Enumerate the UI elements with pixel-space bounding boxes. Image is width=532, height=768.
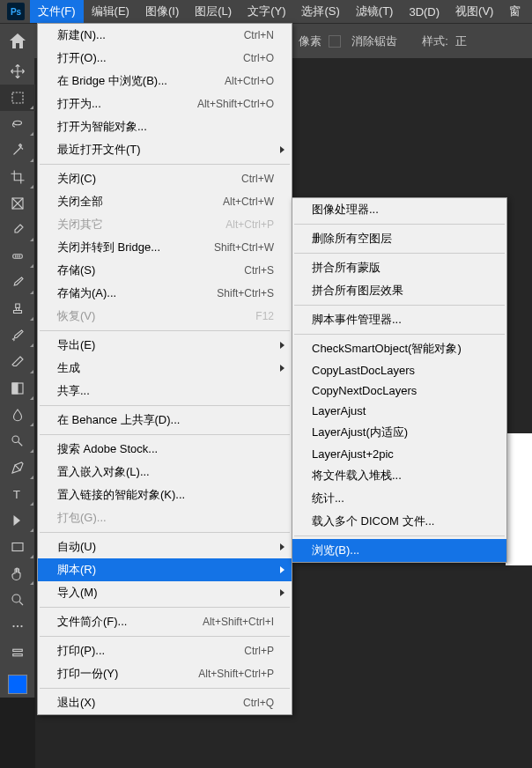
file-menu-item[interactable]: 置入嵌入对象(L)...: [38, 461, 292, 484]
menu-item-label: 拼合所有蒙版: [312, 260, 489, 276]
lasso-tool-icon[interactable]: [0, 111, 35, 137]
script-submenu-item[interactable]: LayerAjust+2pic: [292, 444, 506, 464]
menu-item-shortcut: Ctrl+P: [244, 645, 274, 657]
file-menu-item[interactable]: 脚本(R): [38, 558, 292, 581]
file-menu-item[interactable]: 打开(O)...Ctrl+O: [38, 47, 292, 70]
pen-tool-icon[interactable]: [0, 454, 35, 481]
rectangle-tool-icon[interactable]: [0, 534, 35, 560]
script-submenu-item[interactable]: 删除所有空图层: [292, 227, 506, 250]
menu-item-shortcut: Alt+Shift+Ctrl+P: [198, 668, 274, 680]
file-menu-item[interactable]: 关闭(C)Ctrl+W: [38, 167, 292, 190]
file-menu-item[interactable]: 存储(S)Ctrl+S: [38, 259, 292, 282]
more-tools-icon[interactable]: [0, 613, 35, 639]
eraser-tool-icon[interactable]: [0, 349, 35, 375]
script-submenu-item[interactable]: LayerAjust: [292, 401, 506, 421]
menu-item-label: 打印一份(Y): [57, 666, 198, 682]
script-submenu-item[interactable]: LayerAjust(内适应): [292, 421, 506, 444]
menu-select[interactable]: 选择(S): [293, 0, 347, 23]
file-menu-item[interactable]: 打开为智能对象...: [38, 115, 292, 138]
ps-logo-icon: Ps: [7, 3, 25, 20]
file-menu-item[interactable]: 在 Bridge 中浏览(B)...Alt+Ctrl+O: [38, 70, 292, 92]
file-menu-item[interactable]: 最近打开文件(T): [38, 138, 292, 161]
script-submenu-item[interactable]: 载入多个 DICOM 文件...: [292, 510, 506, 533]
menu-type[interactable]: 文字(Y): [240, 0, 293, 23]
file-menu-item[interactable]: 打印(P)...Ctrl+P: [38, 639, 292, 662]
script-submenu-item[interactable]: 脚本事件管理器...: [292, 308, 506, 331]
menu-file[interactable]: 文件(F): [30, 0, 84, 23]
frame-tool-icon[interactable]: [0, 190, 35, 217]
file-menu-item[interactable]: 共享...: [38, 380, 292, 402]
antialias-checkbox[interactable]: [329, 35, 341, 48]
hand-tool-icon[interactable]: [0, 560, 35, 587]
file-menu-item[interactable]: 自动(U): [38, 535, 292, 558]
type-tool-icon[interactable]: T: [0, 481, 35, 507]
file-menu-item[interactable]: 文件简介(F)...Alt+Shift+Ctrl+I: [38, 610, 292, 633]
file-menu-item[interactable]: 置入链接的智能对象(K)...: [38, 484, 292, 506]
script-submenu-item[interactable]: 将文件载入堆栈...: [292, 464, 506, 487]
script-submenu-item[interactable]: CopyNextDocLayers: [292, 380, 506, 401]
file-menu-item[interactable]: 生成: [38, 357, 292, 380]
script-submenu-item[interactable]: CopyLastDocLayers: [292, 360, 506, 380]
crop-tool-icon[interactable]: [0, 164, 35, 190]
blur-tool-icon[interactable]: [0, 402, 35, 428]
foreground-color-swatch[interactable]: [8, 675, 27, 694]
tools-panel: T: [0, 58, 35, 698]
menu-item-label: LayerAjust: [312, 404, 489, 417]
zoom-tool-icon[interactable]: [0, 587, 35, 613]
edit-toolbar-icon[interactable]: [0, 639, 35, 666]
wand-tool-icon[interactable]: [0, 137, 35, 164]
move-tool-icon[interactable]: [0, 58, 35, 85]
history-brush-tool-icon[interactable]: [0, 322, 35, 349]
menu-item-label: CopyLastDocLayers: [312, 364, 489, 377]
menu-view[interactable]: 视图(V): [447, 0, 501, 23]
menu-item-label: 拼合所有图层效果: [312, 283, 489, 299]
gradient-tool-icon[interactable]: [0, 375, 35, 402]
svg-point-10: [17, 625, 18, 627]
stamp-tool-icon[interactable]: [0, 296, 35, 322]
menu-edit[interactable]: 编辑(E): [84, 0, 137, 23]
home-icon[interactable]: [7, 31, 28, 52]
menu-item-label: LayerAjust(内适应): [312, 425, 489, 440]
script-submenu-item[interactable]: 统计...: [292, 487, 506, 510]
menu-item-label: 打印(P)...: [57, 643, 244, 659]
menu-item-label: 置入链接的智能对象(K)...: [57, 487, 274, 503]
file-menu-item[interactable]: 存储为(A)...Shift+Ctrl+S: [38, 282, 292, 305]
chevron-right-icon: [280, 146, 284, 153]
menu-separator: [40, 532, 290, 533]
menu-layer[interactable]: 图层(L): [187, 0, 240, 23]
file-menu-item[interactable]: 退出(X)Ctrl+Q: [38, 691, 292, 714]
chevron-right-icon: [280, 342, 284, 349]
menu-item-label: 导入(M): [57, 585, 274, 601]
script-submenu-item[interactable]: 拼合所有蒙版: [292, 256, 506, 279]
menu-item-label: 退出(X): [57, 695, 243, 711]
menu-filter[interactable]: 滤镜(T): [348, 0, 402, 23]
script-submenu-item[interactable]: 浏览(B)...: [292, 539, 506, 562]
menu-item-shortcut: Shift+Ctrl+W: [214, 241, 274, 254]
brush-tool-icon[interactable]: [0, 270, 35, 296]
file-menu-item[interactable]: 关闭并转到 Bridge...Shift+Ctrl+W: [38, 236, 292, 259]
file-menu-item[interactable]: 搜索 Adobe Stock...: [38, 438, 292, 461]
menu-item-label: 打开(O)...: [57, 50, 243, 66]
menu-3d[interactable]: 3D(D): [401, 0, 447, 23]
file-menu-item[interactable]: 打开为...Alt+Shift+Ctrl+O: [38, 92, 292, 115]
opt-pixels-label: 像素: [299, 33, 321, 49]
script-submenu-item[interactable]: 图像处理器...: [292, 198, 506, 221]
marquee-tool-icon[interactable]: [0, 85, 35, 111]
path-tool-icon[interactable]: [0, 507, 35, 534]
eyedropper-tool-icon[interactable]: [0, 217, 35, 243]
svg-rect-0: [12, 92, 23, 103]
menu-image[interactable]: 图像(I): [137, 0, 187, 23]
script-submenu-item[interactable]: CheckSmartObject(智能对象): [292, 337, 506, 360]
file-menu-item[interactable]: 关闭全部Alt+Ctrl+W: [38, 190, 292, 213]
file-menu-item[interactable]: 新建(N)...Ctrl+N: [38, 24, 292, 47]
heal-tool-icon[interactable]: [0, 243, 35, 270]
menu-window[interactable]: 窗: [501, 0, 528, 23]
file-menu-item[interactable]: 导入(M): [38, 581, 292, 604]
dodge-tool-icon[interactable]: [0, 428, 35, 454]
file-menu-item[interactable]: 导出(E): [38, 334, 292, 357]
menu-item-shortcut: Ctrl+N: [244, 29, 274, 41]
menu-item-label: 存储为(A)...: [57, 285, 217, 301]
file-menu-item[interactable]: 打印一份(Y)Alt+Shift+Ctrl+P: [38, 662, 292, 685]
script-submenu-item[interactable]: 拼合所有图层效果: [292, 279, 506, 302]
file-menu-item[interactable]: 在 Behance 上共享(D)...: [38, 409, 292, 432]
